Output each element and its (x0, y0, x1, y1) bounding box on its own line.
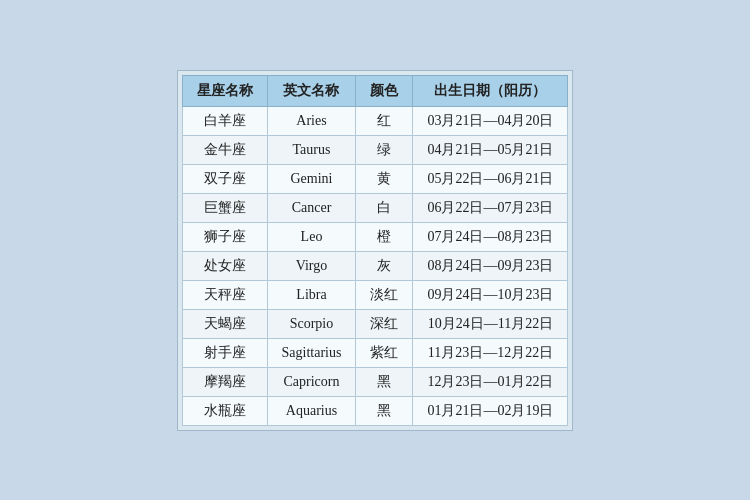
cell-r8-c3: 11月23日—12月22日 (413, 338, 568, 367)
table-row: 射手座Sagittarius紫红11月23日—12月22日 (182, 338, 568, 367)
cell-r0-c1: Aries (267, 106, 356, 135)
cell-r5-c3: 08月24日—09月23日 (413, 251, 568, 280)
table-row: 白羊座Aries红03月21日—04月20日 (182, 106, 568, 135)
cell-r1-c3: 04月21日—05月21日 (413, 135, 568, 164)
cell-r0-c0: 白羊座 (182, 106, 267, 135)
cell-r3-c0: 巨蟹座 (182, 193, 267, 222)
cell-r0-c2: 红 (356, 106, 413, 135)
zodiac-table: 星座名称 英文名称 颜色 出生日期（阳历） 白羊座Aries红03月21日—04… (182, 75, 569, 426)
cell-r3-c2: 白 (356, 193, 413, 222)
table-row: 天蝎座Scorpio深红10月24日—11月22日 (182, 309, 568, 338)
cell-r9-c3: 12月23日—01月22日 (413, 367, 568, 396)
cell-r10-c2: 黑 (356, 396, 413, 425)
cell-r2-c3: 05月22日—06月21日 (413, 164, 568, 193)
cell-r2-c0: 双子座 (182, 164, 267, 193)
header-color: 颜色 (356, 75, 413, 106)
zodiac-table-container: 星座名称 英文名称 颜色 出生日期（阳历） 白羊座Aries红03月21日—04… (177, 70, 574, 431)
header-english-name: 英文名称 (267, 75, 356, 106)
cell-r3-c1: Cancer (267, 193, 356, 222)
cell-r7-c3: 10月24日—11月22日 (413, 309, 568, 338)
cell-r10-c3: 01月21日—02月19日 (413, 396, 568, 425)
table-row: 水瓶座Aquarius黑01月21日—02月19日 (182, 396, 568, 425)
cell-r5-c0: 处女座 (182, 251, 267, 280)
header-birthdate: 出生日期（阳历） (413, 75, 568, 106)
cell-r7-c0: 天蝎座 (182, 309, 267, 338)
table-row: 摩羯座Capricorn黑12月23日—01月22日 (182, 367, 568, 396)
cell-r5-c1: Virgo (267, 251, 356, 280)
cell-r6-c1: Libra (267, 280, 356, 309)
cell-r6-c2: 淡红 (356, 280, 413, 309)
cell-r9-c1: Capricorn (267, 367, 356, 396)
cell-r9-c2: 黑 (356, 367, 413, 396)
cell-r9-c0: 摩羯座 (182, 367, 267, 396)
cell-r10-c1: Aquarius (267, 396, 356, 425)
cell-r7-c1: Scorpio (267, 309, 356, 338)
cell-r1-c0: 金牛座 (182, 135, 267, 164)
cell-r10-c0: 水瓶座 (182, 396, 267, 425)
cell-r2-c2: 黄 (356, 164, 413, 193)
cell-r4-c3: 07月24日—08月23日 (413, 222, 568, 251)
table-row: 狮子座Leo橙07月24日—08月23日 (182, 222, 568, 251)
table-row: 处女座Virgo灰08月24日—09月23日 (182, 251, 568, 280)
cell-r1-c2: 绿 (356, 135, 413, 164)
cell-r1-c1: Taurus (267, 135, 356, 164)
cell-r4-c2: 橙 (356, 222, 413, 251)
cell-r8-c1: Sagittarius (267, 338, 356, 367)
cell-r0-c3: 03月21日—04月20日 (413, 106, 568, 135)
cell-r4-c0: 狮子座 (182, 222, 267, 251)
table-row: 天秤座Libra淡红09月24日—10月23日 (182, 280, 568, 309)
cell-r7-c2: 深红 (356, 309, 413, 338)
cell-r6-c3: 09月24日—10月23日 (413, 280, 568, 309)
cell-r4-c1: Leo (267, 222, 356, 251)
table-row: 双子座Gemini黄05月22日—06月21日 (182, 164, 568, 193)
cell-r5-c2: 灰 (356, 251, 413, 280)
table-row: 金牛座Taurus绿04月21日—05月21日 (182, 135, 568, 164)
cell-r6-c0: 天秤座 (182, 280, 267, 309)
table-header-row: 星座名称 英文名称 颜色 出生日期（阳历） (182, 75, 568, 106)
table-row: 巨蟹座Cancer白06月22日—07月23日 (182, 193, 568, 222)
cell-r2-c1: Gemini (267, 164, 356, 193)
header-chinese-name: 星座名称 (182, 75, 267, 106)
cell-r3-c3: 06月22日—07月23日 (413, 193, 568, 222)
cell-r8-c2: 紫红 (356, 338, 413, 367)
cell-r8-c0: 射手座 (182, 338, 267, 367)
